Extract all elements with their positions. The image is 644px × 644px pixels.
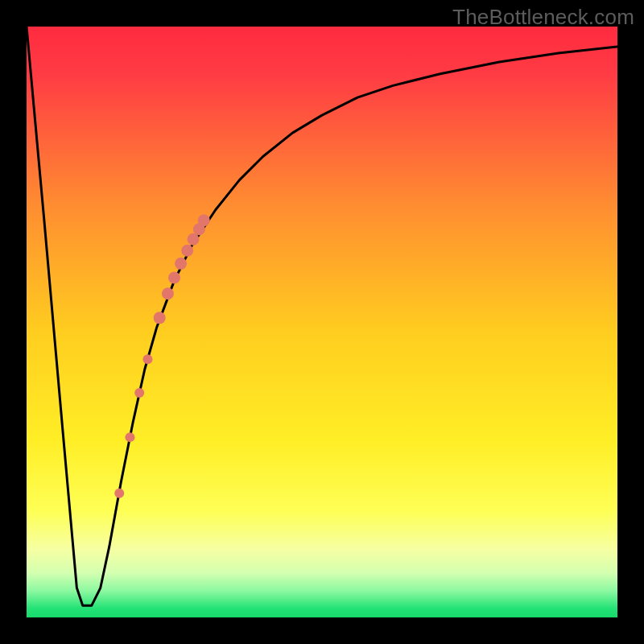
data-point — [168, 271, 180, 283]
data-point — [181, 245, 193, 257]
watermark-text: TheBottleneck.com — [452, 5, 634, 30]
data-point — [154, 312, 166, 324]
plot-svg — [27, 27, 617, 617]
data-point — [125, 432, 134, 442]
chart-frame: TheBottleneck.com — [0, 0, 644, 644]
data-point — [198, 214, 210, 226]
data-point — [142, 354, 152, 364]
data-point — [114, 489, 124, 498]
plot-area — [27, 27, 617, 617]
data-point — [134, 388, 144, 398]
data-point — [187, 233, 199, 246]
data-point — [162, 287, 174, 299]
data-point — [175, 258, 187, 270]
